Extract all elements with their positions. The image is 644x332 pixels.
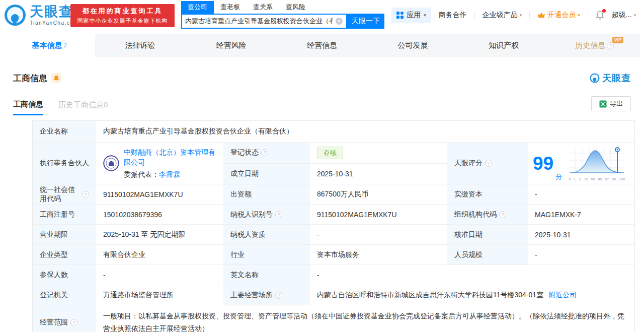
table-row-reg-authority: 登记机关 万通路市场监督管理所 主要经营场所 ? 内蒙古自治区呼和浩特市新城区成…	[33, 285, 634, 305]
tab-basic-info-label: 基本信息	[32, 41, 62, 50]
menu-item-enterprise[interactable]: 企业级产品 ▾	[482, 11, 522, 20]
tab-label: 法律诉讼	[125, 41, 155, 50]
label-text: 出资额	[230, 190, 252, 199]
reg-authority-value: 万通路市场监督管理所	[96, 285, 223, 305]
business-scope-label: 经营范围 ?	[33, 305, 96, 332]
rep-line: 委派代表：李霈霖	[124, 169, 218, 179]
label-text: 核准日期	[454, 230, 482, 239]
paid-capital-label: 实缴资本	[447, 184, 528, 204]
tab-intellectual-property[interactable]: 知识产权	[458, 34, 549, 57]
subtabs-row: 工商信息 历史工商信息0 导出	[13, 96, 631, 115]
promo-banner: 都在用的商业查询工具 国家中小企业发展子基金旗下机构	[70, 4, 175, 27]
business-scope-value: 一般项目：以私募基金从事股权投资、投资管理、资产管理等活动（须在中国证券投资基金…	[96, 305, 634, 332]
label-text: 组织机构代码	[454, 210, 497, 219]
header-menu: 应用 ▾ 商务合作 企业级产品 ▾ 开通会员 ▾	[391, 8, 636, 23]
search-tab-boss[interactable]: 查老板	[214, 1, 247, 14]
question-icon[interactable]: ?	[261, 149, 268, 156]
axis-tick: 100	[619, 177, 625, 181]
search-tabs: 查公司 查老板 查关系 查风险	[181, 1, 384, 14]
status-badge: 存续	[317, 147, 343, 160]
label-text: 登记机关	[40, 291, 68, 300]
label-text: 执行事务合伙人	[40, 159, 89, 168]
company-name-label: 企业名称	[33, 121, 96, 142]
label-text: 登记状态	[230, 148, 259, 157]
business-address-label: 主要经营场所 ?	[223, 285, 310, 305]
tab-basic-info[interactable]: 基本信息 2	[4, 34, 95, 57]
rep-label: 委派代表：	[124, 170, 159, 178]
section-head: 工商信息 天眼查	[13, 72, 631, 84]
rep-person-link[interactable]: 李霈霖	[159, 170, 180, 178]
question-icon[interactable]: ?	[70, 319, 77, 326]
search-button[interactable]: 天眼一下	[347, 14, 384, 29]
search-tab-company[interactable]: 查公司	[181, 1, 214, 14]
address-text: 内蒙古自治区呼和浩特市新城区成吉思汗东街大学科技园11号楼304-01室	[317, 291, 543, 300]
business-term-label: 营业期限	[33, 225, 96, 244]
apps-menu-label: 应用	[407, 11, 421, 20]
question-icon[interactable]: ?	[82, 191, 89, 198]
apps-grid-icon	[396, 12, 404, 19]
promo-line-1: 都在用的商业查询工具	[70, 7, 175, 16]
label-text: 纳税人资质	[230, 230, 266, 239]
clear-search-icon[interactable]: ✕	[336, 18, 343, 25]
tianyancha-logo[interactable]: 天眼查 TianYanCha.com	[4, 4, 78, 26]
org-code-label: 组织机构代码 ?	[447, 205, 528, 224]
question-icon[interactable]: ?	[275, 292, 282, 299]
credit-code-label: 统一社会信用代码 ?	[33, 184, 96, 204]
nearby-companies-link[interactable]: 附近公司	[548, 291, 577, 300]
tab-company-development[interactable]: 公司发展	[367, 34, 458, 57]
crown-icon	[537, 12, 545, 19]
partner-company-link[interactable]: 中财融商（北京）资本管理有限公司	[124, 148, 215, 166]
export-button[interactable]: 导出	[591, 96, 631, 111]
company-type-label: 企业类型	[33, 245, 96, 264]
tianyancha-logo-icon	[4, 4, 26, 26]
company-nav-tabs: 基本信息 2 法律诉讼 经营风险 经营信息 公司发展 知识产权 历史信息 VIP…	[4, 34, 640, 57]
reg-status-row: 登记状态 ? 存续	[223, 143, 447, 164]
approval-date-label: 核准日期	[447, 225, 528, 244]
question-icon[interactable]: ?	[275, 211, 282, 218]
menu-item-membership[interactable]: 开通会员 ▾	[537, 11, 580, 20]
search-input[interactable]	[182, 18, 336, 25]
tab-operating-risk[interactable]: 经营风险	[186, 34, 277, 57]
partner-company-logo	[103, 154, 119, 173]
menu-divider	[529, 12, 530, 19]
table-row-insured-count: 参保人数 - 英文名称 -	[33, 265, 634, 285]
label-text: 人员规模	[454, 250, 482, 259]
tab-legal-proceedings[interactable]: 法律诉讼	[95, 34, 186, 57]
partner-label: 执行事务合伙人	[33, 143, 96, 184]
tab-label: 经营风险	[216, 41, 246, 50]
table-row-credit-code: 统一社会信用代码 ? 91150102MAG1EMXK7U 出资额 867500…	[33, 184, 634, 205]
apps-menu-button[interactable]: 应用 ▾	[391, 8, 431, 23]
partner-info: 中财融商（北京）资本管理有限公司 委派代表：李霈霖	[124, 147, 218, 180]
search-tab-risk[interactable]: 查风险	[279, 1, 312, 14]
notification-bell-icon[interactable]	[596, 11, 604, 20]
axis-tick: 15	[584, 177, 588, 181]
label-text: 行业	[230, 250, 245, 259]
question-icon[interactable]: ?	[485, 160, 492, 167]
table-row-business-scope: 经营范围 ? 一般项目：以私募基金从事股权投资、投资管理、资产管理等活动（须在中…	[33, 305, 634, 332]
tab-operating-info[interactable]: 经营信息	[277, 34, 368, 57]
axis-tick: 0	[569, 177, 571, 181]
org-code-value: MAG1EMXK-7	[528, 205, 634, 224]
label-text: 纳税人识别号	[230, 210, 273, 219]
insured-count-label: 参保人数	[33, 265, 96, 285]
subscribe-bell-icon[interactable]	[51, 73, 61, 83]
promo-line-2: 国家中小企业发展子基金旗下机构	[70, 17, 175, 25]
search-tab-relation[interactable]: 查关系	[247, 1, 279, 14]
question-icon[interactable]: ?	[499, 211, 506, 218]
subtab-history-business-info[interactable]: 历史工商信息0	[58, 100, 108, 115]
label-text: 企业类型	[40, 250, 68, 259]
notification-dot	[602, 9, 606, 13]
menu-item-cooperation[interactable]: 商务合作	[439, 11, 467, 20]
label-text: 天眼评分	[454, 159, 482, 168]
menu-divider	[474, 12, 475, 19]
label-text: 实缴资本	[454, 190, 482, 199]
tab-label: 历史信息	[575, 41, 605, 50]
menu-item-account[interactable]: 超级... ▾	[612, 11, 636, 20]
search-area: 查公司 查老板 查关系 查风险 ✕ 天眼一下	[181, 1, 384, 29]
insured-count-value: -	[96, 265, 223, 285]
tab-label: 公司发展	[398, 41, 428, 50]
axis-tick: 3	[579, 177, 581, 181]
subtab-business-info[interactable]: 工商信息	[13, 100, 43, 115]
industry-value: 资本市场服务	[310, 245, 447, 264]
tab-history-info[interactable]: 历史信息 VIP ?	[549, 34, 640, 57]
